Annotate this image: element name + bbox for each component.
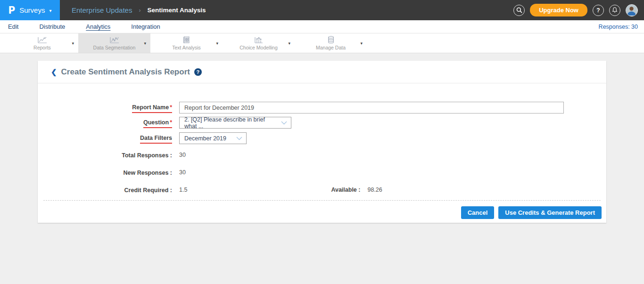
toolbar-item-reports[interactable]: Reports ▾: [6, 33, 78, 53]
analytics-toolbar: Reports ▾ Data Segmentation ▾ Text Analy…: [0, 33, 644, 53]
data-filters-row: Data Filters December 2019: [38, 132, 606, 144]
page-title: Create Sentiment Analysis Report: [61, 67, 190, 77]
credit-required-value: 1.5: [179, 187, 187, 193]
question-mark-icon: ?: [596, 7, 600, 14]
data-filters-select[interactable]: December 2019: [179, 132, 247, 144]
database-icon: [327, 36, 335, 44]
avatar-photo: [626, 5, 637, 16]
survey-section-nav: Edit Distribute Analytics Integration Re…: [0, 20, 644, 33]
report-name-row: Report Name*: [38, 102, 606, 114]
page-content: ❮ Create Sentiment Analysis Report ? Rep…: [0, 53, 644, 223]
toolbar-item-choice-modelling[interactable]: Choice Modelling ▾: [223, 33, 295, 53]
breadcrumb-separator-icon: ›: [139, 7, 140, 14]
question-select[interactable]: 2. [Q2] Please describe in brief what ..…: [179, 117, 291, 129]
chevron-down-icon: ▾: [49, 8, 51, 13]
surveys-product-switcher[interactable]: P Surveys ▾: [0, 0, 60, 20]
toolbar-item-manage-data[interactable]: Manage Data ▾: [295, 33, 367, 53]
chevron-down-icon[interactable]: ▾: [72, 41, 74, 46]
title-help-button[interactable]: ?: [194, 68, 202, 76]
question-row: Question* 2. [Q2] Please describe in bri…: [38, 117, 606, 129]
breadcrumb-current-page: Sentiment Analysis: [147, 7, 206, 14]
product-name: Surveys: [19, 6, 45, 14]
document-icon: [183, 36, 190, 44]
question-label: Question*: [143, 119, 172, 128]
data-filters-label: Data Filters: [140, 135, 172, 144]
bell-icon: [612, 7, 618, 13]
new-responses-label: New Responses :: [123, 170, 172, 176]
user-avatar[interactable]: [626, 4, 638, 16]
chevron-down-icon[interactable]: ▾: [360, 41, 363, 46]
available-value: 98.26: [367, 187, 382, 193]
notifications-button[interactable]: [609, 5, 620, 16]
total-responses-row: Total Responses : 30: [38, 151, 606, 159]
chevron-down-icon: [236, 137, 242, 140]
cancel-button[interactable]: Cancel: [461, 206, 495, 219]
required-asterisk: *: [170, 119, 172, 126]
card-header: ❮ Create Sentiment Analysis Report ?: [38, 61, 606, 83]
chevron-down-icon: [281, 121, 287, 125]
search-button[interactable]: [513, 5, 525, 16]
back-button[interactable]: ❮: [51, 68, 57, 76]
chevron-down-icon[interactable]: ▾: [144, 41, 146, 46]
total-responses-label: Total Responses :: [122, 152, 172, 159]
required-asterisk: *: [170, 104, 172, 111]
total-responses-value: 30: [179, 152, 186, 158]
create-report-card: ❮ Create Sentiment Analysis Report ? Rep…: [38, 61, 606, 223]
report-form: Report Name* Question* 2. [Q2] Please de…: [38, 83, 606, 223]
chevron-down-icon[interactable]: ▾: [216, 41, 218, 46]
chevron-down-icon[interactable]: ▾: [288, 41, 290, 46]
form-actions: Cancel Use Credits & Generate Report: [38, 201, 606, 223]
new-responses-value: 30: [179, 169, 186, 176]
nav-item-distribute[interactable]: Distribute: [39, 23, 65, 30]
toolbar-item-data-segmentation[interactable]: Data Segmentation ▾: [78, 33, 150, 53]
topbar-actions: Upgrade Now ?: [513, 0, 644, 20]
upgrade-now-button[interactable]: Upgrade Now: [530, 4, 587, 16]
report-name-label: Report Name*: [132, 104, 172, 113]
credit-required-row: Credit Required : 1.5 Available : 98.26: [38, 186, 606, 194]
search-icon: [516, 7, 522, 13]
generate-report-button[interactable]: Use Credits & Generate Report: [498, 206, 602, 219]
new-responses-row: New Responses : 30: [38, 168, 606, 177]
nav-item-integration[interactable]: Integration: [131, 23, 160, 30]
breadcrumb-survey-name[interactable]: Enterprise Updates: [72, 6, 132, 14]
breadcrumb: Enterprise Updates › Sentiment Analysis: [72, 0, 206, 20]
nav-item-analytics[interactable]: Analytics: [86, 23, 110, 30]
credit-required-label: Credit Required :: [124, 187, 172, 194]
toolbar-item-text-analysis[interactable]: Text Analysis ▾: [150, 33, 223, 53]
help-button[interactable]: ?: [593, 5, 604, 16]
bar-line-chart-icon: [254, 36, 264, 44]
responses-count[interactable]: Responses: 30: [599, 24, 638, 30]
report-name-input[interactable]: [179, 102, 564, 114]
top-navbar: P Surveys ▾ Enterprise Updates › Sentime…: [0, 0, 644, 20]
nav-item-edit[interactable]: Edit: [8, 23, 18, 30]
available-label: Available :: [331, 187, 360, 193]
available-credits-group: Available : 98.26: [331, 187, 382, 193]
questionpro-logo: P: [8, 4, 16, 16]
scatter-chart-icon: [109, 36, 120, 44]
line-chart-icon: [37, 36, 48, 44]
